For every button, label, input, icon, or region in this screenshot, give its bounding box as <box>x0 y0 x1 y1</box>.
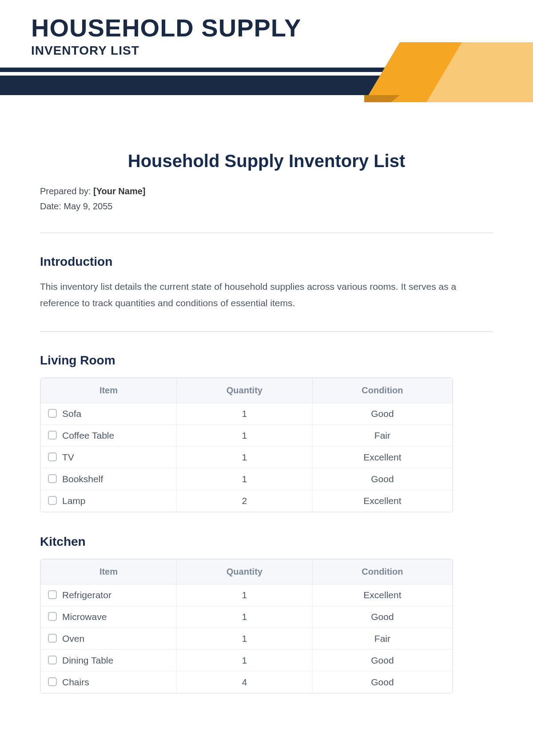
table-kitchen: Item Quantity Condition Refrigerator 1 E… <box>40 559 453 694</box>
cell-item: Oven <box>62 633 84 644</box>
cell-condition: Fair <box>312 628 452 649</box>
date-value: May 9, 2055 <box>64 201 112 211</box>
table-row: Oven 1 Fair <box>41 628 453 649</box>
table-row: Dining Table 1 Good <box>41 649 453 671</box>
col-condition: Condition <box>312 378 452 403</box>
cell-item: Refrigerator <box>62 590 111 600</box>
cell-item: TV <box>62 452 74 462</box>
date-label: Date: <box>40 201 64 211</box>
cell-quantity: 4 <box>176 671 312 693</box>
cell-quantity: 1 <box>176 446 312 468</box>
table-header-row: Item Quantity Condition <box>41 378 453 403</box>
cell-item: Bookshelf <box>62 474 103 484</box>
col-item: Item <box>41 378 177 403</box>
content: Household Supply Inventory List Prepared… <box>0 102 533 694</box>
banner: HOUSEHOLD SUPPLY INVENTORY LIST <box>0 0 533 102</box>
cell-condition: Excellent <box>312 490 452 512</box>
table-row: Refrigerator 1 Excellent <box>41 584 453 606</box>
banner-accent-shape <box>346 0 533 102</box>
section-heading-living-room: Living Room <box>40 353 493 368</box>
intro-body: This inventory list details the current … <box>40 279 493 312</box>
cell-item: Lamp <box>62 496 86 506</box>
checkbox-icon[interactable] <box>48 656 57 664</box>
table-row: TV 1 Excellent <box>41 446 453 468</box>
checkbox-icon[interactable] <box>48 496 57 505</box>
cell-quantity: 1 <box>176 649 312 671</box>
table-row: Microwave 1 Good <box>41 606 453 628</box>
cell-item: Dining Table <box>62 655 113 665</box>
checkbox-icon[interactable] <box>48 431 57 440</box>
cell-item: Microwave <box>62 612 107 622</box>
cell-quantity: 1 <box>176 424 312 446</box>
cell-condition: Good <box>312 403 452 424</box>
cell-condition: Good <box>312 468 452 490</box>
cell-condition: Good <box>312 649 452 671</box>
divider <box>40 232 493 233</box>
checkbox-icon[interactable] <box>48 677 57 686</box>
intro-heading: Introduction <box>40 255 493 269</box>
table-row: Bookshelf 1 Good <box>41 468 453 490</box>
prepared-by-value: [Your Name] <box>93 186 145 196</box>
checkbox-icon[interactable] <box>48 590 57 599</box>
checkbox-icon[interactable] <box>48 474 57 483</box>
table-living-room: Item Quantity Condition Sofa 1 Good Coff… <box>40 377 453 512</box>
prepared-by-label: Prepared by: <box>40 186 93 196</box>
cell-condition: Good <box>312 606 452 628</box>
col-condition: Condition <box>312 559 452 584</box>
cell-condition: Good <box>312 671 452 693</box>
col-quantity: Quantity <box>176 559 312 584</box>
table-row: Chairs 4 Good <box>41 671 453 693</box>
cell-item: Chairs <box>62 677 89 687</box>
col-quantity: Quantity <box>176 378 312 403</box>
cell-quantity: 1 <box>176 628 312 649</box>
checkbox-icon[interactable] <box>48 409 57 418</box>
table-row: Coffee Table 1 Fair <box>41 424 453 446</box>
cell-item: Sofa <box>62 408 81 419</box>
cell-quantity: 1 <box>176 468 312 490</box>
col-item: Item <box>41 559 177 584</box>
meta-block: Prepared by: [Your Name] Date: May 9, 20… <box>40 184 493 214</box>
cell-condition: Excellent <box>312 584 452 606</box>
divider <box>40 331 493 332</box>
cell-quantity: 1 <box>176 584 312 606</box>
checkbox-icon[interactable] <box>48 452 57 461</box>
section-heading-kitchen: Kitchen <box>40 535 493 549</box>
page-title: Household Supply Inventory List <box>40 151 493 171</box>
checkbox-icon[interactable] <box>48 612 57 621</box>
cell-item: Coffee Table <box>62 430 114 440</box>
banner-title-main: HOUSEHOLD SUPPLY <box>31 13 301 42</box>
cell-condition: Excellent <box>312 446 452 468</box>
cell-quantity: 1 <box>176 606 312 628</box>
cell-condition: Fair <box>312 424 452 446</box>
cell-quantity: 1 <box>176 403 312 424</box>
table-row: Lamp 2 Excellent <box>41 490 453 512</box>
table-header-row: Item Quantity Condition <box>41 559 453 584</box>
checkbox-icon[interactable] <box>48 634 57 643</box>
table-row: Sofa 1 Good <box>41 403 453 424</box>
banner-title-sub: INVENTORY LIST <box>31 44 139 58</box>
cell-quantity: 2 <box>176 490 312 512</box>
